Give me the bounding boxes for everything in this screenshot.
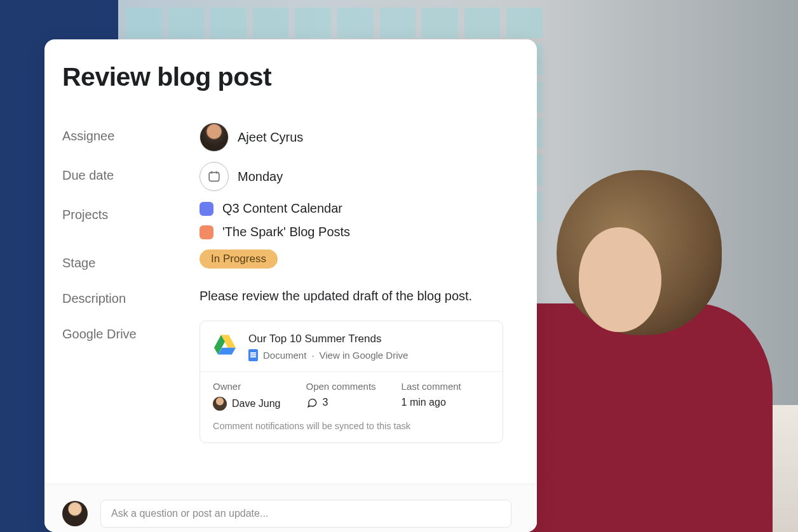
- task-comment-composer: Ask a question or post an update...: [44, 484, 537, 532]
- field-google-drive: Google Drive Our Top 10 Summer Trends: [62, 316, 511, 448]
- field-stage[interactable]: Stage In Progress: [62, 244, 511, 280]
- project-color-chip: [200, 202, 213, 216]
- field-due-date[interactable]: Due date Monday: [62, 157, 511, 196]
- view-in-drive-link[interactable]: View in Google Drive: [320, 350, 409, 361]
- field-label: Google Drive: [62, 321, 200, 342]
- drive-attachment-card[interactable]: Our Top 10 Summer Trends Document · View…: [200, 321, 503, 443]
- comment-icon: [306, 397, 318, 408]
- stage-badge[interactable]: In Progress: [200, 249, 278, 269]
- project-color-chip: [200, 225, 213, 239]
- field-label: Stage: [62, 249, 200, 270]
- owner-avatar: [213, 397, 227, 411]
- description-text: Please review the updated draft of the b…: [200, 285, 511, 303]
- owner-name: Dave Jung: [232, 398, 281, 409]
- field-label: Projects: [62, 201, 200, 222]
- due-date-value: Monday: [238, 170, 283, 184]
- field-projects[interactable]: Projects Q3 Content Calendar 'The Spark'…: [62, 196, 511, 244]
- last-comment-value: 1 min ago: [402, 397, 461, 408]
- sync-note: Comment notifications will be synced to …: [200, 416, 503, 442]
- project-name[interactable]: 'The Spark' Blog Posts: [222, 225, 350, 239]
- task-detail-panel: Review blog post Assignee Ajeet Cyrus Du…: [44, 39, 537, 532]
- comment-placeholder: Ask a question or post an update...: [111, 508, 268, 519]
- drive-file-title: Our Top 10 Summer Trends: [248, 333, 408, 345]
- drive-file-type: Document: [263, 350, 306, 361]
- calendar-icon: [200, 162, 229, 191]
- assignee-name: Ajeet Cyrus: [238, 130, 303, 145]
- field-description[interactable]: Description Please review the updated dr…: [62, 280, 511, 316]
- field-label: Description: [62, 285, 200, 306]
- google-doc-icon: [248, 349, 258, 361]
- task-title[interactable]: Review blog post: [62, 62, 511, 92]
- comment-input[interactable]: Ask a question or post an update...: [100, 500, 511, 528]
- owner-label: Owner: [213, 381, 281, 392]
- open-comments-label: Open comments: [306, 381, 376, 392]
- assignee-avatar: [200, 123, 229, 152]
- project-name[interactable]: Q3 Content Calendar: [222, 201, 342, 216]
- last-comment-label: Last comment: [402, 381, 461, 392]
- svg-rect-0: [209, 173, 219, 182]
- field-assignee[interactable]: Assignee Ajeet Cyrus: [62, 117, 511, 157]
- google-drive-icon: [213, 334, 237, 356]
- current-user-avatar: [62, 501, 88, 526]
- field-label: Assignee: [62, 123, 200, 143]
- field-label: Due date: [62, 162, 200, 183]
- open-comments-count: 3: [323, 397, 328, 408]
